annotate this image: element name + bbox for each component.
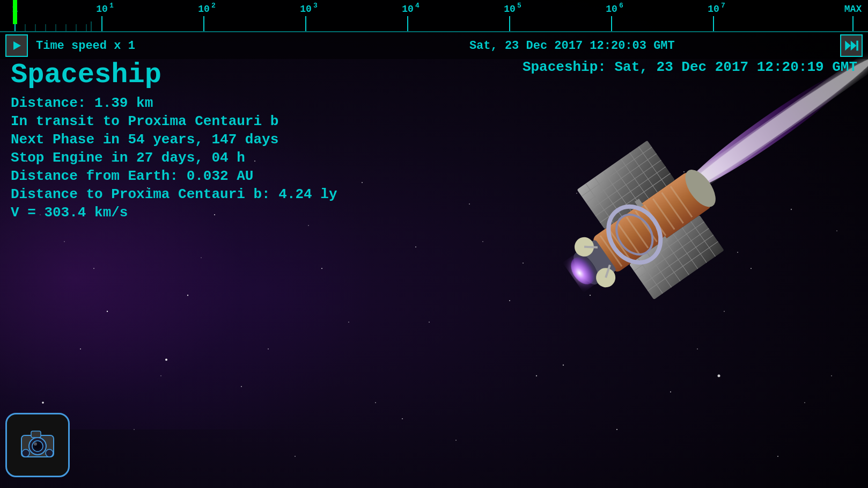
svg-text:10: 10	[606, 4, 617, 14]
svg-marker-88	[851, 41, 857, 51]
ship-timestamp: Spaceship: Sat, 23 Dec 2017 12:20:19 GMT	[523, 59, 857, 75]
svg-rect-85	[13, 0, 17, 24]
svg-point-35	[93, 268, 94, 269]
svg-text:10: 10	[198, 4, 210, 14]
svg-point-1	[64, 241, 65, 242]
ruler-svg: 1 10 1 10 2 10 3 10 4 10 5 10 6 10 7	[0, 0, 868, 32]
svg-point-2	[107, 311, 108, 312]
svg-point-5	[268, 348, 269, 349]
svg-text:10: 10	[300, 4, 312, 14]
ship-title: Spaceship	[11, 59, 337, 91]
svg-text:4: 4	[415, 2, 420, 10]
svg-text:3: 3	[313, 2, 318, 10]
play-button[interactable]	[5, 34, 28, 57]
distance-proxima-line: Distance to Proxima Centauri b: 4.24 ly	[11, 186, 337, 202]
svg-point-29	[777, 456, 778, 457]
in-transit-line: In transit to Proxima Centauri b	[11, 113, 337, 129]
date-display: Sat, 23 Dec 2017 12:20:03 GMT	[304, 39, 840, 53]
svg-point-145	[46, 449, 53, 457]
svg-point-27	[670, 391, 671, 392]
svg-text:10: 10	[96, 4, 108, 14]
svg-marker-87	[845, 41, 851, 51]
info-panel: Spaceship Distance: 1.39 km In transit t…	[11, 59, 337, 223]
svg-text:10: 10	[504, 4, 516, 14]
time-speed-label: Time speed x 1	[36, 39, 304, 53]
svg-point-17	[134, 429, 135, 430]
svg-point-33	[42, 402, 44, 404]
svg-point-13	[697, 348, 698, 349]
velocity-line: V = 303.4 km/s	[11, 205, 337, 221]
svg-point-18	[187, 295, 188, 296]
next-phase-line: Next Phase in 54 years, 147 days	[11, 132, 337, 148]
spaceship-container	[385, 43, 868, 311]
svg-text:10: 10	[402, 4, 414, 14]
svg-point-40	[362, 182, 363, 183]
svg-point-7	[375, 402, 376, 403]
svg-text:5: 5	[517, 2, 521, 10]
fast-forward-button[interactable]	[840, 34, 863, 57]
svg-text:6: 6	[619, 2, 623, 10]
svg-text:MAX: MAX	[844, 4, 862, 14]
stop-engine-line: Stop Engine in 27 days, 04 h	[11, 150, 337, 166]
svg-point-39	[308, 225, 308, 225]
svg-point-26	[616, 429, 617, 430]
svg-point-15	[804, 402, 805, 403]
svg-marker-86	[13, 41, 21, 50]
svg-point-22	[402, 418, 403, 419]
distance-earth-line: Distance from Earth: 0.032 AU	[11, 168, 337, 184]
spaceship-svg	[385, 43, 868, 311]
svg-point-20	[295, 456, 296, 457]
svg-rect-143	[31, 431, 41, 438]
svg-point-21	[348, 322, 349, 322]
svg-point-3	[160, 375, 161, 376]
svg-point-37	[201, 257, 202, 258]
svg-point-30	[831, 375, 832, 376]
svg-text:2: 2	[211, 2, 216, 10]
svg-rect-89	[856, 41, 858, 51]
svg-point-144	[22, 449, 30, 457]
distance-line: Distance: 1.39 km	[11, 95, 337, 111]
controls-bar: Time speed x 1 Sat, 23 Dec 2017 12:20:03…	[0, 32, 868, 59]
svg-text:1: 1	[109, 2, 114, 10]
svg-point-8	[429, 322, 430, 323]
svg-point-31	[165, 359, 167, 361]
svg-text:10: 10	[708, 4, 719, 14]
camera-button[interactable]	[5, 413, 70, 477]
svg-point-6	[321, 268, 322, 269]
svg-point-16	[80, 348, 81, 349]
svg-rect-50	[0, 0, 868, 32]
svg-point-32	[718, 375, 720, 377]
svg-point-25	[563, 365, 564, 366]
svg-point-23	[455, 440, 457, 441]
svg-point-10	[536, 375, 537, 376]
svg-point-146	[34, 442, 37, 446]
svg-point-19	[241, 386, 242, 387]
time-ruler[interactable]: 1 10 1 10 2 10 3 10 4 10 5 10 6 10 7	[0, 0, 868, 32]
svg-text:7: 7	[721, 2, 725, 10]
